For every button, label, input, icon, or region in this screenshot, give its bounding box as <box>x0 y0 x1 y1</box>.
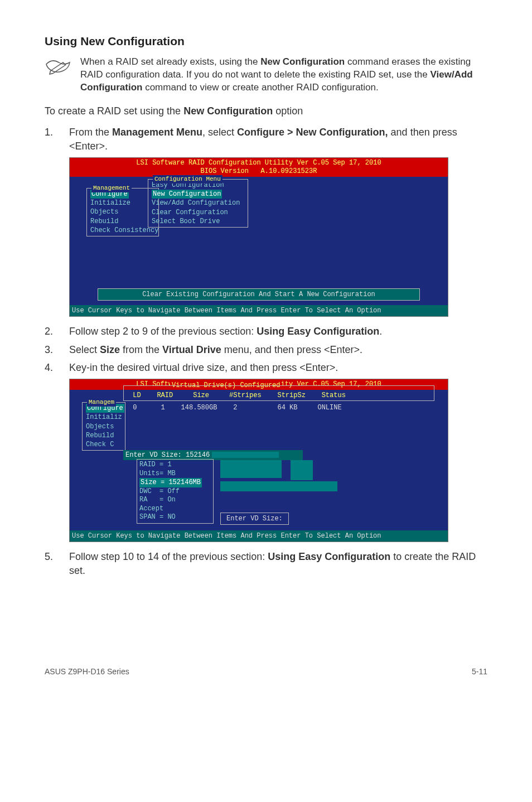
step-bold: Using Easy Configuration <box>257 326 379 337</box>
vd-property[interactable]: RAID = 1 <box>139 461 211 470</box>
bios-title-bar: LSI Software RAID Configuration Utility … <box>70 158 448 177</box>
step-number: 2. <box>45 325 69 338</box>
step-text: Key-in the desired virtual drive size, a… <box>69 361 487 374</box>
step-text: From the Management Menu, select Configu… <box>69 125 487 153</box>
bios-body: Virtual Drive(s) Configured LD RAID Size… <box>70 390 448 530</box>
step-part: Select <box>69 344 100 355</box>
step-part: menu, and then press <Enter>. <box>221 344 362 355</box>
step-number: 3. <box>45 343 69 356</box>
management-menu-item[interactable]: Rebuild <box>90 217 155 226</box>
configuration-menu-item[interactable]: View/Add Configuration <box>152 199 244 207</box>
bios-title-line2: BIOS Version A.10.09231523R <box>201 167 317 175</box>
vd-property[interactable]: Accept <box>139 505 211 514</box>
section-heading: Using New Configuration <box>45 33 487 49</box>
step-1: 1. From the Management Menu, select Conf… <box>45 125 487 153</box>
step-4: 4. Key-in the desired virtual drive size… <box>45 361 487 374</box>
step-number: 4. <box>45 361 69 374</box>
pencil-note-icon <box>45 56 76 80</box>
bios-status-bar: Use Cursor Keys to Navigate Between Item… <box>70 530 448 542</box>
decorative-block <box>220 460 282 478</box>
configuration-menu-legend: Configuration Menu <box>153 175 223 183</box>
vd-properties-panel: RAID = 1 Units= MB Size = 152146MB DWC =… <box>137 459 214 524</box>
management-menu-item[interactable]: Objects <box>90 207 155 216</box>
bios-screenshot-1: LSI Software RAID Configuration Utility … <box>69 157 448 317</box>
vd-property[interactable]: Units= MB <box>139 470 211 479</box>
step-bold: Management Menu <box>112 127 202 138</box>
vd-property[interactable]: Size = 152146MB <box>139 478 202 487</box>
step-bold: Configure > New Configuration, <box>237 127 388 138</box>
note-text-part: When a RAID set already exists, using th… <box>80 56 260 67</box>
intro-part: option <box>273 105 303 117</box>
page-footer: ASUS Z9PH-D16 Series 5-11 <box>45 666 487 677</box>
bios-hint-box: Clear Existing Configuration And Start A… <box>98 288 420 301</box>
intro-part: To create a RAID set using the <box>45 105 183 117</box>
configuration-menu-item[interactable]: New Configuration <box>152 190 222 199</box>
vd-property[interactable]: RA = On <box>139 496 211 505</box>
step-part: . <box>379 326 382 337</box>
configuration-menu-item[interactable]: Clear Configuration <box>152 208 244 217</box>
decorative-block <box>291 460 313 480</box>
step-bold: Size <box>100 344 120 355</box>
management-menu-item[interactable]: Initialize <box>90 199 155 207</box>
bios-title-line1: LSI Software RAID Configuration Utility … <box>136 159 381 167</box>
step-3: 3. Select Size from the Virtual Drive me… <box>45 343 487 356</box>
step-text: Select Size from the Virtual Drive menu,… <box>69 343 487 356</box>
configuration-menu-panel: Configuration Menu Easy Configuration Ne… <box>148 179 248 228</box>
bios-status-bar: Use Cursor Keys to Navigate Between Item… <box>70 305 448 316</box>
step-2: 2. Follow step 2 to 9 of the previous se… <box>45 325 487 338</box>
step-number: 5. <box>45 550 69 577</box>
step-text: Follow step 10 to 14 of the previous sec… <box>69 550 487 577</box>
note-block: When a RAID set already exists, using th… <box>45 56 487 94</box>
step-bold: Virtual Drive <box>162 344 221 355</box>
note-text-part: command to view or create another RAID c… <box>142 82 378 93</box>
bios-hint-box: Enter VD Size: <box>220 513 289 525</box>
step-text: Follow step 2 to 9 of the previous secti… <box>69 325 487 338</box>
vd-table-header: LD RAID Size #Stripes StripSz Status <box>129 391 346 400</box>
enter-vd-size-label: Enter VD Size: 152146 <box>125 451 210 459</box>
management-menu-item[interactable]: Check C <box>86 440 122 449</box>
intro-text: To create a RAID set using the New Confi… <box>45 104 487 118</box>
management-menu-item[interactable]: Rebuild <box>86 431 122 440</box>
step-number: 1. <box>45 125 69 153</box>
step-part: Follow step 2 to 9 of the previous secti… <box>69 326 257 337</box>
step-bold: Using Easy Configuration <box>268 551 390 562</box>
step-part: Follow step 10 to 14 of the previous sec… <box>69 551 268 562</box>
vd-property[interactable]: SPAN = NO <box>139 513 211 522</box>
management-menu-item[interactable]: Check Consistency <box>90 226 155 235</box>
decorative-block <box>220 481 337 491</box>
footer-right: 5-11 <box>472 666 487 677</box>
step-5: 5. Follow step 10 to 14 of the previous … <box>45 550 487 577</box>
note-text: When a RAID set already exists, using th… <box>76 56 487 94</box>
management-menu-item[interactable]: Objects <box>86 422 122 431</box>
configuration-menu-item[interactable]: Select Boot Drive <box>152 217 244 226</box>
bios-body: Management Configure Initialize Objects … <box>70 177 448 305</box>
management-menu-item[interactable]: Initializ <box>86 413 122 422</box>
management-menu-legend: Management <box>91 184 132 192</box>
bios-screenshot-2: LSI Software RAID Configuration Utility … <box>69 379 448 542</box>
vd-property[interactable]: DWC = Off <box>139 487 211 496</box>
step-part: , select <box>202 127 237 138</box>
management-menu-legend: Managem <box>87 398 116 407</box>
management-menu-panel: Managem Configure Initializ Objects Rebu… <box>82 402 125 451</box>
text-cursor-icon <box>212 452 279 458</box>
note-bold: New Configuration <box>260 56 345 67</box>
intro-bold: New Configuration <box>183 105 273 117</box>
vd-table-row: 0 1 148.580GB 2 64 KB ONLINE <box>129 403 342 412</box>
step-part: From the <box>69 127 112 138</box>
footer-left: ASUS Z9PH-D16 Series <box>45 666 129 677</box>
step-part: from the <box>120 344 162 355</box>
